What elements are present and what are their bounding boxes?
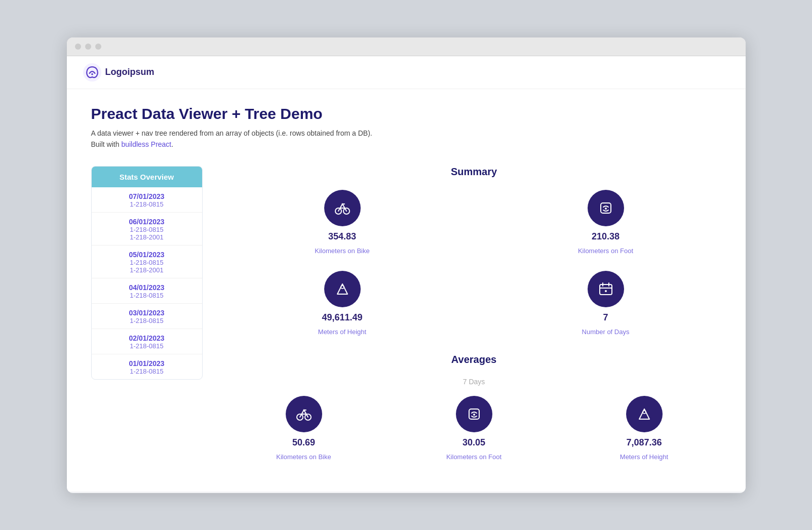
averages-subtitle: 7 Days [227,378,721,386]
avg-label-avg-height-m: Meters of Height [620,453,668,461]
stat-label-bike-km: Kilometers on Bike [315,247,369,255]
averages-title: Averages [227,354,721,365]
browser-dot-1 [75,44,81,50]
svg-point-4 [341,203,343,205]
avg-value-avg-foot-km: 30.05 [462,437,485,448]
sidebar-date: 07/01/2023 [92,192,202,200]
stat-icon-bike [324,190,361,226]
stat-value-foot-km: 210.38 [592,231,620,242]
avg-label-avg-foot-km: Kilometers on Foot [446,453,501,461]
avg-card-avg-height-m: 7,087.36 Meters of Height [567,396,721,461]
svg-rect-9 [600,284,612,295]
summary-section: Summary 354.83 Kilometers on Bike 210.38… [227,166,721,336]
sidebar-group[interactable]: 05/01/20231-218-08151-218-2001 [92,246,202,278]
avg-icon-bike [286,396,322,432]
stat-label-foot-km: Kilometers on Foot [578,247,633,255]
summary-title: Summary [227,166,721,178]
sidebar-date: 01/01/2023 [92,359,202,368]
stat-label-days: Number of Days [582,328,630,336]
page-title: Preact Data Viewer + Tree Demo [91,105,721,123]
svg-point-10 [605,290,607,292]
sidebar-date: 04/01/2023 [92,283,202,292]
avg-label-avg-bike-km: Kilometers on Bike [276,453,331,461]
avg-icon-foot [456,396,492,432]
sidebar-id: 1-218-0815 [92,368,202,375]
sidebar-group[interactable]: 03/01/20231-218-0815 [92,304,202,329]
sidebar: Stats Overview 07/01/20231-218-081506/01… [91,166,203,380]
averages-section: Averages 7 Days 50.69 Kilometers on Bike… [227,354,721,461]
browser-window: Logoipsum Preact Data Viewer + Tree Demo… [67,37,746,493]
stat-icon-foot [588,190,624,226]
sidebar-date: 06/01/2023 [92,218,202,226]
averages-grid: 50.69 Kilometers on Bike 30.05 Kilometer… [227,396,721,461]
svg-point-1 [91,73,93,75]
sidebar-id: 1-218-0815 [92,292,202,299]
page-description: A data viewer + nav tree rendered from a… [91,128,721,150]
svg-point-13 [303,410,304,411]
sidebar-id: 1-218-0815 [92,317,202,324]
browser-content: Logoipsum Preact Data Viewer + Tree Demo… [67,56,746,492]
sidebar-date: 03/01/2023 [92,309,202,317]
sidebar-id: 1-218-0815 [92,226,202,233]
logo-text: Logoipsum [105,67,154,77]
content-row: Stats Overview 07/01/20231-218-081506/01… [91,166,721,461]
desc-text-2: Built with [91,140,122,148]
top-bar: Logoipsum [67,56,746,89]
stat-value-bike-km: 354.83 [328,231,356,242]
svg-point-15 [473,414,475,416]
main-content: Preact Data Viewer + Tree Demo A data vi… [67,89,746,485]
logo-icon [83,63,101,81]
sidebar-date: 05/01/2023 [92,251,202,259]
sidebar-group[interactable]: 02/01/20231-218-0815 [92,329,202,354]
avg-icon-mountain [626,396,663,432]
sidebar-group[interactable]: 04/01/20231-218-0815 [92,278,202,304]
stat-icon-mountain [324,271,361,307]
sidebar-groups: 07/01/20231-218-081506/01/20231-218-0815… [92,187,202,379]
sidebar-group[interactable]: 07/01/20231-218-0815 [92,187,202,213]
avg-card-avg-foot-km: 30.05 Kilometers on Foot [397,396,551,461]
sidebar-id: 1-218-0815 [92,200,202,208]
browser-dot-2 [85,44,91,50]
avg-card-avg-bike-km: 50.69 Kilometers on Bike [227,396,381,461]
stat-card-foot-km: 210.38 Kilometers on Foot [490,190,721,255]
stat-value-days: 7 [603,312,608,323]
sidebar-header: Stats Overview [92,167,202,187]
sidebar-id: 1-218-2001 [92,266,202,274]
sidebar-group[interactable]: 01/01/20231-218-0815 [92,354,202,379]
browser-chrome [67,37,746,56]
desc-text-3: . [171,140,173,148]
sidebar-id: 1-218-0815 [92,259,202,266]
stat-card-days: 7 Number of Days [490,271,721,336]
stats-area: Summary 354.83 Kilometers on Bike 210.38… [227,166,721,461]
desc-text-1: A data viewer + nav tree rendered from a… [91,129,372,137]
logo-area: Logoipsum [83,63,154,81]
summary-grid: 354.83 Kilometers on Bike 210.38 Kilomet… [227,190,721,336]
avg-value-avg-height-m: 7,087.36 [626,437,662,448]
browser-dot-3 [95,44,101,50]
stat-icon-calendar [588,271,624,307]
stat-label-height-m: Meters of Height [318,328,366,336]
avg-value-avg-bike-km: 50.69 [292,437,315,448]
svg-point-6 [605,208,607,210]
sidebar-group[interactable]: 06/01/20231-218-08151-218-2001 [92,213,202,246]
stat-value-height-m: 49,611.49 [322,312,362,323]
stat-card-bike-km: 354.83 Kilometers on Bike [227,190,458,255]
sidebar-date: 02/01/2023 [92,334,202,342]
svg-point-0 [83,63,101,81]
buildless-preact-link[interactable]: buildless Preact [121,140,171,148]
stat-card-height-m: 49,611.49 Meters of Height [227,271,458,336]
sidebar-id: 1-218-2001 [92,233,202,241]
sidebar-id: 1-218-0815 [92,342,202,350]
